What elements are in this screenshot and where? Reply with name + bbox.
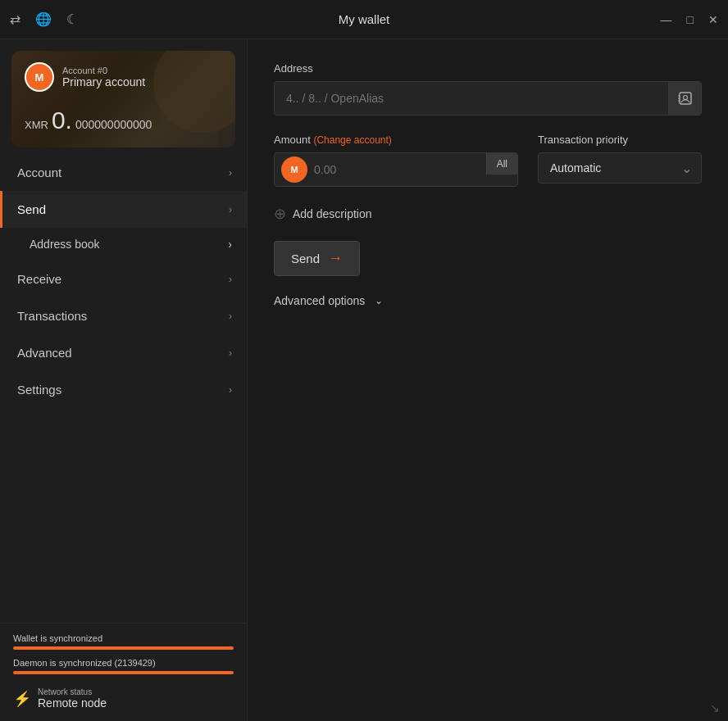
main-layout: M Account #0 Primary account XMR 0. 0000… xyxy=(0,39,728,721)
wallet-sync-bar xyxy=(13,646,234,650)
account-header: M Account #0 Primary account xyxy=(25,62,222,92)
transfer-icon[interactable]: ⇄ xyxy=(10,11,20,27)
titlebar: ⇄ 🌐 ☾ My wallet — □ ✕ xyxy=(0,0,728,39)
account-info: Account #0 Primary account xyxy=(62,66,145,88)
advanced-options-row[interactable]: Advanced options ⌄ xyxy=(274,294,702,307)
account-label: Account xyxy=(17,166,61,179)
balance-decimals: 000000000000 xyxy=(75,118,152,131)
transactions-label: Transactions xyxy=(17,309,87,323)
send-button-label: Send xyxy=(291,252,320,265)
wallet-sync-label: Wallet is synchronized xyxy=(13,633,234,643)
wallet-sync-fill xyxy=(13,646,234,650)
balance-whole: 0. xyxy=(52,107,72,134)
add-description-label: Add description xyxy=(293,207,372,220)
daemon-sync-bar xyxy=(13,671,234,674)
priority-section: Transaction priority Automatic Slow Norm… xyxy=(538,134,702,184)
chevron-right-icon: › xyxy=(229,347,232,359)
plus-circle-icon: ⊕ xyxy=(274,205,286,223)
address-book-icon xyxy=(678,92,693,105)
address-input-row xyxy=(274,81,702,116)
change-account-link[interactable]: (Change account) xyxy=(313,134,391,146)
sidebar-item-send[interactable]: Send › xyxy=(0,191,247,228)
chevron-right-icon: › xyxy=(228,238,232,251)
network-text: Network status Remote node xyxy=(38,687,107,710)
chevron-right-icon: › xyxy=(229,384,232,396)
amount-label: Amount (Change account) xyxy=(274,134,518,146)
all-button[interactable]: All xyxy=(486,153,517,175)
sync-section: Wallet is synchronized Daemon is synchro… xyxy=(0,623,247,721)
amount-section: Amount (Change account) M All xyxy=(274,134,518,187)
monero-logo: M xyxy=(25,62,54,92)
monero-coin-icon: M xyxy=(281,156,307,183)
account-name: Primary account xyxy=(62,75,145,88)
resize-handle[interactable]: ↘ xyxy=(710,701,720,714)
daemon-sync-fill xyxy=(13,671,234,674)
priority-select-wrapper: Automatic Slow Normal Fast xyxy=(538,152,702,184)
svg-point-1 xyxy=(683,96,687,100)
send-label: Send xyxy=(17,202,46,216)
sidebar-item-receive[interactable]: Receive › xyxy=(0,261,247,297)
window-title: My wallet xyxy=(339,12,390,26)
address-input[interactable] xyxy=(275,84,668,113)
amount-input[interactable] xyxy=(314,163,486,176)
network-status-value: Remote node xyxy=(38,696,107,710)
network-status-label: Network status xyxy=(38,687,107,696)
daemon-sync-label: Daemon is synchronized (2139429) xyxy=(13,658,234,668)
minimize-button[interactable]: — xyxy=(661,13,672,26)
advanced-label: Advanced xyxy=(17,346,72,360)
sidebar-item-advanced[interactable]: Advanced › xyxy=(0,334,247,371)
sidebar-item-transactions[interactable]: Transactions › xyxy=(0,297,247,334)
send-button[interactable]: Send → xyxy=(274,241,360,276)
chevron-right-icon: › xyxy=(229,274,232,285)
chevron-right-icon: › xyxy=(229,311,232,322)
receive-label: Receive xyxy=(17,272,61,286)
account-number: Account #0 xyxy=(62,66,145,75)
sidebar-item-address-book[interactable]: Address book › xyxy=(0,228,247,261)
chevron-right-icon: › xyxy=(229,167,232,179)
advanced-options-label: Advanced options xyxy=(274,294,365,307)
balance-currency: XMR xyxy=(25,119,48,131)
balance-row: XMR 0. 000000000000 xyxy=(25,107,222,134)
titlebar-left-icons: ⇄ 🌐 ☾ xyxy=(10,11,78,27)
address-label: Address xyxy=(274,62,702,75)
globe-icon[interactable]: 🌐 xyxy=(35,11,52,27)
titlebar-controls: — □ ✕ xyxy=(661,13,718,26)
network-status: ⚡ Network status Remote node xyxy=(13,682,234,714)
maximize-button[interactable]: □ xyxy=(687,13,694,26)
send-arrow-icon: → xyxy=(328,250,343,267)
lightning-icon: ⚡ xyxy=(13,690,31,708)
nav-section: Account › Send › Address book › Receive … xyxy=(0,154,247,623)
add-description-row[interactable]: ⊕ Add description xyxy=(274,205,702,223)
chevron-down-icon: ⌄ xyxy=(375,295,383,306)
settings-label: Settings xyxy=(17,383,61,397)
close-button[interactable]: ✕ xyxy=(708,13,718,26)
amount-priority-row: Amount (Change account) M All Transactio… xyxy=(274,134,702,187)
monero-icon: M xyxy=(26,64,52,90)
content-area: Address Amount (Change account) xyxy=(248,39,728,721)
account-card: M Account #0 Primary account XMR 0. 0000… xyxy=(11,51,235,147)
address-book-label: Address book xyxy=(30,238,100,251)
address-book-icon-button[interactable] xyxy=(668,82,701,115)
priority-select[interactable]: Automatic Slow Normal Fast xyxy=(538,152,702,184)
amount-input-row: M All xyxy=(274,152,518,187)
moon-icon[interactable]: ☾ xyxy=(66,11,78,27)
priority-label: Transaction priority xyxy=(538,134,702,146)
sidebar-item-settings[interactable]: Settings › xyxy=(0,371,247,408)
chevron-right-icon: › xyxy=(229,204,232,215)
sidebar-item-account[interactable]: Account › xyxy=(0,154,247,191)
sidebar: M Account #0 Primary account XMR 0. 0000… xyxy=(0,39,248,721)
